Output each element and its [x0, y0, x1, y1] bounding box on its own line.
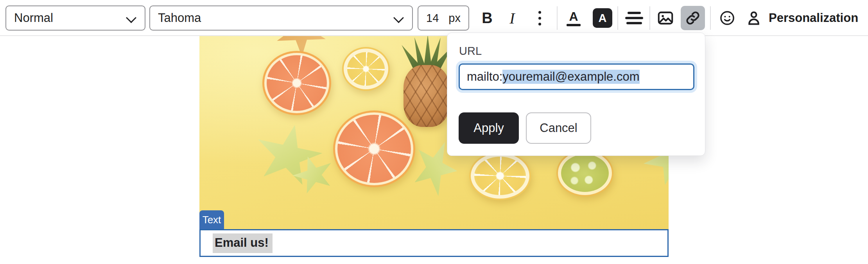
url-value-selected-text: youremail@example.com [502, 70, 639, 84]
smiley-face-icon [719, 10, 735, 26]
picture-icon [656, 9, 674, 27]
text-block-editor[interactable]: Email us! [199, 229, 669, 257]
personalization-label: Personalization [769, 11, 858, 25]
align-lines-icon [628, 12, 641, 14]
italic-button[interactable]: I [503, 5, 522, 31]
orange-slice [262, 51, 331, 115]
toolbar-divider [649, 6, 650, 30]
chevron-down-icon [127, 13, 137, 23]
italic-icon: I [509, 9, 515, 27]
toolbar-divider [710, 6, 711, 30]
vertical-ellipsis-icon [538, 11, 541, 14]
cancel-button[interactable]: Cancel [526, 112, 591, 144]
url-input[interactable]: mailto:youremail@example.com [459, 63, 694, 90]
highlight-color-icon: A [593, 8, 612, 28]
insert-image-button[interactable] [655, 5, 676, 31]
apply-button[interactable]: Apply [459, 112, 519, 144]
alignment-button[interactable] [624, 5, 644, 31]
selected-text[interactable]: Email us! [213, 233, 273, 253]
formatting-toolbar: Normal Tahoma 14 px B I A A [0, 0, 868, 36]
emoji-button[interactable] [717, 5, 738, 31]
bold-icon: B [482, 10, 492, 27]
text-color-button[interactable]: A [563, 5, 584, 31]
url-value-prefix: mailto: [467, 70, 502, 84]
paragraph-style-value: Normal [14, 11, 53, 25]
text-color-icon: A [569, 10, 578, 23]
font-family-select[interactable]: Tahoma [149, 5, 413, 31]
orange-slice [333, 110, 415, 187]
insert-link-button-active[interactable] [681, 6, 705, 30]
font-size-value: 14 [426, 12, 439, 25]
more-options-button[interactable] [530, 5, 549, 31]
lemon-slice [469, 152, 531, 200]
lemon-slice [342, 47, 390, 91]
chevron-down-icon [394, 13, 404, 23]
person-silhouette-icon [745, 9, 762, 27]
font-size-unit: px [448, 12, 461, 25]
url-label: URL [459, 45, 482, 58]
block-type-tag: Text [199, 210, 224, 229]
pineapple-body [404, 65, 450, 127]
bold-button[interactable]: B [476, 5, 498, 31]
email-editor-screen: Normal Tahoma 14 px B I A A [0, 0, 868, 264]
highlight-color-button[interactable]: A [592, 5, 613, 31]
toolbar-divider [617, 6, 618, 30]
lime-slice [556, 150, 613, 197]
font-size-input[interactable]: 14 px [418, 5, 469, 31]
chain-link-icon [684, 9, 701, 27]
paragraph-style-select[interactable]: Normal [5, 5, 145, 31]
toolbar-divider [557, 6, 558, 30]
font-family-value: Tahoma [158, 11, 201, 25]
personalization-button[interactable]: Personalization [745, 5, 858, 31]
pineapple [403, 36, 452, 128]
link-url-popover: URL mailto:youremail@example.com Apply C… [447, 33, 705, 156]
